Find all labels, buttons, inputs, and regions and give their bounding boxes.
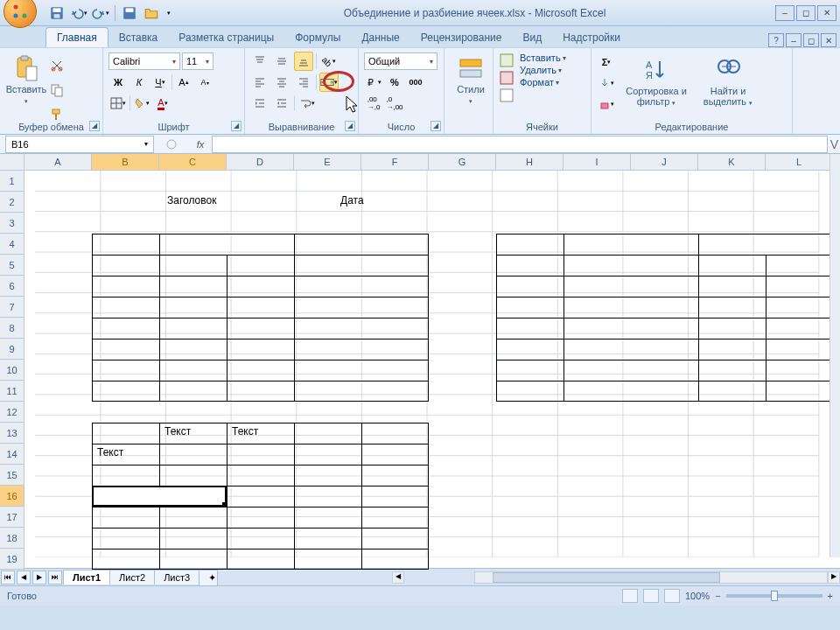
- qat-save[interactable]: [47, 4, 66, 23]
- tab-home[interactable]: Главная: [46, 27, 108, 47]
- clear-button[interactable]: ▾: [597, 94, 616, 114]
- cell-header2[interactable]: Дата: [338, 192, 367, 208]
- sheet-nav-next[interactable]: ▶: [32, 570, 46, 584]
- paste-button[interactable]: Вставить▾: [5, 51, 47, 124]
- font-launcher[interactable]: ◢: [231, 121, 242, 131]
- increase-indent-button[interactable]: [272, 94, 291, 113]
- row-header-9[interactable]: 9: [0, 339, 24, 360]
- clipboard-launcher[interactable]: ◢: [89, 121, 100, 131]
- zoom-out-button[interactable]: −: [715, 591, 720, 601]
- qat-customize[interactable]: ▾: [164, 4, 174, 23]
- shrink-font-button[interactable]: A▾: [195, 73, 214, 92]
- wrap-text-button[interactable]: ▾: [298, 94, 317, 113]
- view-normal-button[interactable]: [622, 589, 638, 603]
- row-header-14[interactable]: 14: [0, 444, 24, 465]
- find-select-button[interactable]: Найти и выделить ▾: [695, 52, 761, 114]
- col-header-E[interactable]: E: [294, 154, 361, 171]
- name-box[interactable]: B16▾: [5, 136, 154, 153]
- format-cells-button[interactable]: Формат ▾: [520, 77, 566, 88]
- increase-decimal-button[interactable]: ,00→,0: [364, 94, 383, 113]
- minimize-button[interactable]: –: [775, 5, 794, 21]
- sheet-nav-last[interactable]: ⏭: [48, 570, 62, 584]
- maximize-button[interactable]: ◻: [796, 5, 816, 21]
- col-header-G[interactable]: G: [429, 154, 496, 171]
- col-header-A[interactable]: A: [24, 154, 92, 171]
- sheet-tab-3[interactable]: Лист3: [154, 570, 200, 584]
- row-header-4[interactable]: 4: [0, 234, 24, 255]
- zoom-in-button[interactable]: +: [828, 591, 833, 601]
- bold-button[interactable]: Ж: [108, 73, 128, 92]
- doc-restore[interactable]: ◻: [803, 33, 819, 47]
- office-button[interactable]: [4, 0, 37, 28]
- col-header-J[interactable]: J: [631, 154, 698, 171]
- formula-bar-input[interactable]: [212, 136, 828, 153]
- qat-redo[interactable]: ▾: [91, 4, 110, 23]
- doc-minimize[interactable]: –: [786, 33, 802, 47]
- row-header-8[interactable]: 8: [0, 318, 24, 339]
- sheet-tab-1[interactable]: Лист1: [63, 570, 110, 584]
- borders-button[interactable]: ▾: [108, 94, 128, 113]
- col-header-D[interactable]: D: [227, 154, 294, 171]
- row-header-15[interactable]: 15: [0, 465, 24, 486]
- fill-color-button[interactable]: ▾: [132, 94, 151, 113]
- cell-header1[interactable]: Заголовок: [164, 192, 219, 208]
- accounting-format-button[interactable]: ₽▾: [364, 73, 383, 92]
- number-format-combo[interactable]: Общий▾: [364, 52, 438, 70]
- grow-font-button[interactable]: A▴: [174, 73, 193, 92]
- sheet-nav-first[interactable]: ⏮: [1, 570, 15, 584]
- sheet-tab-2[interactable]: Лист2: [109, 570, 155, 584]
- qat-open[interactable]: [142, 4, 161, 23]
- font-color-button[interactable]: А▾: [153, 94, 172, 113]
- horizontal-scrollbar[interactable]: [474, 571, 828, 584]
- align-bottom-button[interactable]: [294, 52, 313, 71]
- fill-button[interactable]: ▾: [597, 74, 616, 93]
- merge-cells-button[interactable]: ▾: [319, 73, 339, 92]
- decrease-indent-button[interactable]: [250, 94, 270, 113]
- row-header-2[interactable]: 2: [0, 192, 24, 213]
- copy-button[interactable]: [47, 80, 66, 100]
- italic-button[interactable]: К: [130, 73, 149, 92]
- tab-addins[interactable]: Надстройки: [552, 28, 631, 47]
- delete-cells-button[interactable]: Удалить ▾: [520, 65, 566, 75]
- select-all-button[interactable]: [0, 154, 24, 171]
- col-header-C[interactable]: C: [159, 154, 227, 171]
- comma-button[interactable]: 000: [406, 73, 425, 92]
- tab-formulas[interactable]: Формулы: [284, 28, 351, 47]
- font-name-combo[interactable]: Calibri▾: [108, 52, 180, 70]
- row-header-6[interactable]: 6: [0, 276, 24, 297]
- zoom-slider[interactable]: [726, 594, 822, 598]
- formula-bar-expand[interactable]: ⋁: [828, 138, 840, 150]
- zoom-level[interactable]: 100%: [685, 591, 710, 601]
- number-launcher[interactable]: ◢: [430, 121, 441, 131]
- col-header-H[interactable]: H: [496, 154, 564, 171]
- row-header-16[interactable]: 16: [0, 486, 24, 507]
- qat-save2[interactable]: [120, 4, 139, 23]
- new-sheet-button[interactable]: ✦: [199, 570, 218, 585]
- hscroll-right[interactable]: ▶: [828, 571, 840, 584]
- vertical-scrollbar[interactable]: [830, 154, 840, 557]
- row-header-10[interactable]: 10: [0, 360, 24, 381]
- row-header-13[interactable]: 13: [0, 423, 24, 444]
- col-header-F[interactable]: F: [361, 154, 429, 171]
- row-header-3[interactable]: 3: [0, 213, 24, 234]
- row-header-17[interactable]: 17: [0, 507, 24, 528]
- decrease-decimal-button[interactable]: ,0→,00: [385, 94, 404, 113]
- autosum-button[interactable]: Σ▾: [597, 52, 616, 72]
- row-header-18[interactable]: 18: [0, 528, 24, 549]
- row-header-11[interactable]: 11: [0, 381, 24, 402]
- align-top-button[interactable]: [250, 52, 270, 71]
- tab-review[interactable]: Рецензирование: [410, 28, 513, 47]
- percent-button[interactable]: %: [385, 73, 404, 92]
- tab-page-layout[interactable]: Разметка страницы: [168, 28, 284, 47]
- row-header-5[interactable]: 5: [0, 255, 24, 276]
- close-button[interactable]: ✕: [817, 5, 836, 21]
- align-middle-button[interactable]: [272, 52, 291, 71]
- col-header-K[interactable]: K: [698, 154, 766, 171]
- row-header-12[interactable]: 12: [0, 402, 24, 423]
- fx-button[interactable]: fx: [189, 139, 212, 150]
- qat-undo[interactable]: ▾: [69, 4, 88, 23]
- row-header-1[interactable]: 1: [0, 171, 24, 192]
- hscroll-left[interactable]: ◀: [392, 571, 404, 584]
- tab-view[interactable]: Вид: [512, 28, 552, 47]
- orientation-button[interactable]: ab▾: [319, 52, 339, 71]
